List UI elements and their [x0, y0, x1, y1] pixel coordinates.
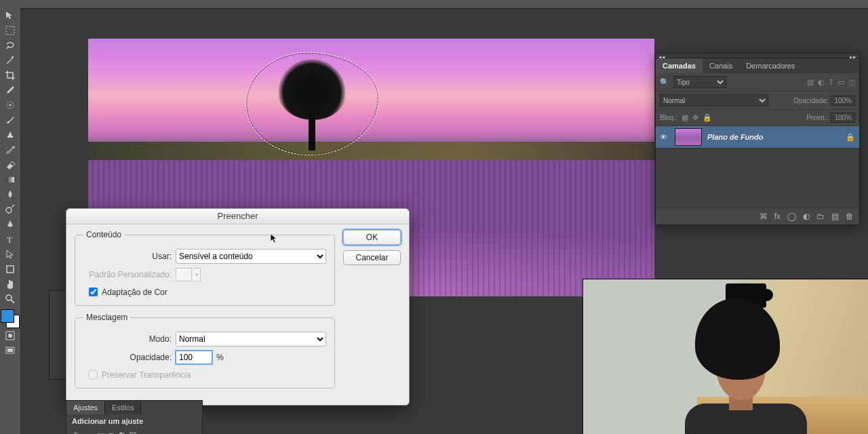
preserve-transparency-checkbox: Preservar Transparência	[86, 368, 326, 381]
svg-rect-11	[7, 349, 13, 352]
lock-all-icon[interactable]: 🔒	[703, 113, 712, 122]
screenmode-toggle[interactable]	[0, 343, 20, 358]
opacity-unit: %	[216, 353, 224, 362]
spot-heal-tool[interactable]	[0, 98, 20, 113]
lock-label: Bloq.:	[660, 114, 677, 121]
gradient-tool[interactable]	[0, 172, 20, 187]
curves-icon[interactable]: ⧄	[108, 430, 114, 434]
cursor-icon	[270, 233, 278, 244]
options-bar	[0, 0, 868, 9]
dialog-title[interactable]: Preencher	[66, 209, 409, 224]
type-tool[interactable]: T	[0, 232, 20, 247]
blending-fieldset: Mesclagem Modo: Normal Opacidade: % Pres…	[75, 313, 335, 389]
eyedropper-tool[interactable]	[0, 83, 20, 98]
layer-thumbnail[interactable]	[675, 128, 702, 146]
color-adaptation-input[interactable]	[89, 288, 98, 296]
opacity-input[interactable]	[176, 351, 212, 364]
layer-filter-kind[interactable]: Tipo	[673, 76, 726, 88]
use-label: Usar:	[83, 252, 176, 261]
panel-collapse-bar[interactable]: ◂◂▸▸	[656, 54, 859, 58]
brightness-icon[interactable]: ☀	[72, 430, 80, 434]
filter-pixel-icon[interactable]: ▧	[807, 78, 814, 87]
pen-tool[interactable]	[0, 217, 20, 232]
hand-tool[interactable]	[0, 277, 20, 292]
link-layers-icon[interactable]: ⌘	[760, 212, 768, 221]
tab-channels[interactable]: Canais	[703, 58, 739, 73]
filter-adjust-icon[interactable]: ◐	[818, 78, 825, 87]
mode-label: Modo:	[83, 334, 176, 344]
svg-text:T: T	[7, 235, 12, 245]
new-group-icon[interactable]: 🗀	[816, 212, 825, 221]
add-adjustment-label: Adicionar um ajuste	[66, 414, 202, 428]
marquee-tool[interactable]	[0, 23, 20, 38]
svg-rect-3	[6, 177, 14, 182]
lasso-selection[interactable]	[245, 52, 379, 155]
levels-icon[interactable]: ▁▃▅	[84, 430, 104, 434]
new-fill-adjust-icon[interactable]: ◐	[803, 212, 810, 221]
svg-rect-6	[7, 266, 14, 273]
clone-stamp-tool[interactable]	[0, 127, 20, 142]
layers-panel: ◂◂▸▸ Camadas Canais Demarcadores 🔍 Tipo …	[655, 53, 860, 225]
crop-tool[interactable]	[0, 68, 20, 83]
mode-select[interactable]: Normal	[176, 332, 326, 347]
filter-shape-icon[interactable]: ▭	[837, 78, 844, 87]
magic-wand-tool[interactable]	[0, 53, 20, 68]
preserve-transparency-input	[89, 370, 98, 379]
blur-tool[interactable]	[0, 187, 20, 202]
blend-mode-select[interactable]: Normal	[660, 94, 768, 106]
layer-row-background[interactable]: 👁 Plano de Fundo 🔒	[656, 126, 859, 149]
svg-point-9	[8, 334, 12, 338]
lasso-tool[interactable]	[0, 38, 20, 53]
brush-tool[interactable]	[0, 113, 20, 127]
history-brush-tool[interactable]	[0, 142, 20, 157]
vibrance-icon[interactable]: ▽	[130, 430, 136, 434]
opacity-label: Opacidade:	[83, 353, 176, 362]
fill-label: Preen.:	[806, 114, 828, 121]
eraser-tool[interactable]	[0, 157, 20, 172]
delete-layer-icon[interactable]: 🗑	[846, 212, 854, 221]
add-mask-icon[interactable]: ◯	[787, 212, 796, 221]
blending-legend: Mesclagem	[83, 313, 130, 322]
new-layer-icon[interactable]: ▤	[831, 212, 839, 221]
quickmask-toggle[interactable]	[0, 328, 20, 343]
foreground-swatch[interactable]	[1, 309, 14, 323]
tab-layers[interactable]: Camadas	[656, 58, 703, 73]
svg-point-2	[9, 104, 12, 106]
cancel-button[interactable]: Cancelar	[343, 250, 401, 265]
pattern-label: Padrão Personalizado:	[83, 270, 176, 279]
layer-lock-icon: 🔒	[846, 133, 855, 142]
exposure-icon[interactable]: ◐	[118, 430, 125, 434]
move-tool[interactable]	[0, 8, 20, 23]
ok-button[interactable]: OK	[343, 230, 401, 245]
pattern-picker-arrow: ▾	[193, 268, 201, 281]
layer-opacity-value[interactable]: 100%	[831, 96, 855, 106]
layer-list: 👁 Plano de Fundo 🔒	[656, 126, 859, 208]
presenter	[658, 292, 800, 434]
tab-paths[interactable]: Demarcadores	[739, 58, 802, 73]
lock-position-icon[interactable]: ✥	[692, 113, 698, 122]
svg-point-7	[6, 295, 12, 300]
shape-tool[interactable]	[0, 262, 20, 277]
fill-value[interactable]: 100%	[831, 113, 855, 123]
tools-panel: T	[0, 8, 21, 434]
zoom-tool[interactable]	[0, 292, 20, 307]
pattern-swatch	[176, 268, 192, 281]
fill-dialog: Preencher Conteúdo Usar: Sensível a cont…	[66, 208, 410, 406]
tab-ajustes[interactable]: Ajustes	[66, 401, 105, 414]
content-legend: Conteúdo	[83, 230, 124, 239]
filter-smart-icon[interactable]: ◫	[848, 78, 855, 87]
color-adaptation-checkbox[interactable]: Adaptação de Cor	[86, 285, 326, 298]
content-fieldset: Conteúdo Usar: Sensível a conteúdo Padrã…	[75, 230, 335, 306]
lock-pixels-icon[interactable]: ▦	[682, 113, 688, 122]
filter-type-icon[interactable]: T	[829, 78, 833, 87]
layer-fx-icon[interactable]: fx	[774, 212, 781, 221]
use-select[interactable]: Sensível a conteúdo	[176, 249, 326, 264]
dodge-tool[interactable]	[0, 202, 20, 217]
layer-opacity-label: Opacidade:	[793, 97, 828, 104]
color-swatches[interactable]	[1, 309, 20, 328]
layer-name[interactable]: Plano de Fundo	[707, 133, 840, 141]
path-select-tool[interactable]	[0, 247, 20, 262]
visibility-eye-icon[interactable]: 👁	[660, 133, 669, 141]
tab-estilos[interactable]: Estilos	[105, 401, 141, 414]
webcam-overlay	[583, 279, 868, 434]
